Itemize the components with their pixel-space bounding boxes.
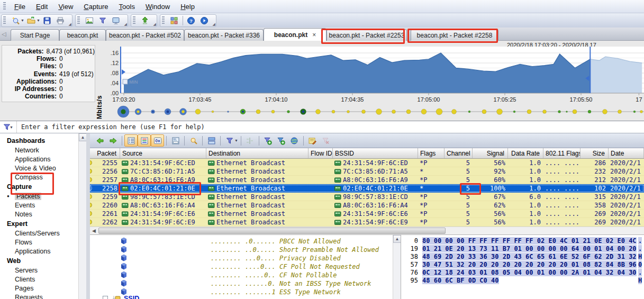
hex-row-76[interactable]: 760C 12 18 24 03 01 08 05 04 00 01 00 00… <box>401 269 643 277</box>
decode-line-cf-poll-not-requested[interactable]: ........ ....0... CF Poll Not Requested <box>90 263 392 271</box>
sidebar-item-flows[interactable]: Flows <box>0 238 78 247</box>
timeline-event-dot[interactable] <box>180 108 187 115</box>
decode-line-privacy-disabled[interactable]: ........ ...0.... Privacy Disabled <box>90 255 392 263</box>
timeline-event-dot[interactable] <box>376 109 382 115</box>
sidebar-item-voice-video[interactable]: Voice & Video <box>0 164 78 173</box>
tab-beacon-pkt-packet-336[interactable]: beacon.pkt - Packet #336 <box>184 29 264 41</box>
sidebar-scrollbar[interactable]: ▲ <box>78 133 86 299</box>
timeline-event-dot[interactable] <box>588 110 591 113</box>
timeline-event-dot[interactable] <box>452 110 457 114</box>
packet-row-2255[interactable]: 225524:31:54:9F:6C:EDEthernet Broadcast2… <box>90 159 644 167</box>
image-button[interactable] <box>83 15 96 26</box>
note-button[interactable] <box>306 134 319 147</box>
timeline-event-dot[interactable] <box>468 111 470 113</box>
menu-item-window[interactable]: Window <box>140 1 175 13</box>
column-header-channel[interactable]: Channel <box>445 148 473 158</box>
menu-item-tools[interactable]: Tools <box>114 1 140 13</box>
packet-row-2260[interactable]: 2260A8:0C:63:16:F6:A4Ethernet BroadcastA… <box>90 201 644 210</box>
sidebar-item-notes[interactable]: Notes <box>0 210 78 219</box>
timeline-event-dot[interactable] <box>240 109 246 114</box>
timeline-event-dot[interactable] <box>566 111 568 113</box>
timeline-event-dot[interactable] <box>316 110 321 114</box>
timeline-event-dot[interactable] <box>347 111 350 113</box>
timeline-event-dot[interactable] <box>573 110 577 114</box>
sidebar-item-network[interactable]: Network <box>0 146 78 155</box>
column-header-802-11-flags[interactable]: 802.11 Flags <box>543 148 580 158</box>
column-header-bssid[interactable]: BSSID <box>333 148 418 158</box>
timeline-event-dot[interactable] <box>256 110 260 114</box>
column-header-source[interactable]: Source <box>120 148 206 158</box>
tab-scroll-left-icon[interactable]: ◁ <box>2 31 6 38</box>
scroll-left-icon[interactable]: ◀ <box>90 227 98 234</box>
hex-row-57[interactable]: 5730 47 51 32 20 20 20 20 20 20 20 20 20… <box>401 261 643 269</box>
upload-button[interactable] <box>139 15 152 26</box>
timeline-event-dot[interactable] <box>406 110 411 114</box>
monitor-button[interactable] <box>110 15 123 26</box>
sidebar-section-dashboards[interactable]: Dashboards <box>0 136 78 146</box>
timeline-event-dot[interactable] <box>392 110 396 114</box>
hex-row-19[interactable]: 1901 21 0E 20 13 73 11 B7 01 00 00 00 00… <box>401 245 643 253</box>
scroll-up-icon[interactable]: ▲ <box>79 133 87 141</box>
tab-beacon-pkt-packet-2253-5[interactable]: beacon.pkt - Packet #2253 <box>326 29 407 41</box>
resolve-names-button[interactable] <box>288 134 301 147</box>
sidebar-item-applications[interactable]: Applications <box>0 247 78 256</box>
timeline-event-dot[interactable] <box>195 109 201 114</box>
back-button[interactable] <box>93 134 106 147</box>
delete-filter-button[interactable] <box>319 134 332 147</box>
menu-item-view[interactable]: View <box>53 1 78 13</box>
hex-row-95[interactable]: 9548 60 6C BF 0D C0 40H <box>401 277 643 285</box>
insert-filter-button[interactable] <box>261 134 275 147</box>
tab-beacon-pkt[interactable]: beacon.pkt <box>59 29 106 41</box>
filter-button[interactable] <box>223 134 236 147</box>
sidebar-item-packets[interactable]: Packets <box>0 192 78 201</box>
packet-row-2256[interactable]: 22567C:C3:85:6D:71:A5Ethernet Broadcast7… <box>90 167 644 176</box>
timeline-event-dot[interactable] <box>543 110 547 114</box>
timeline-event-dot[interactable] <box>332 110 335 113</box>
scroll-up-icon[interactable]: ▲ <box>393 235 401 243</box>
packet-row-2261[interactable]: 226124:31:54:9F:6C:E6Ethernet Broadcast2… <box>90 210 644 218</box>
timeline-event-dot[interactable] <box>212 111 214 113</box>
column-header-data-rate[interactable]: Data Rate <box>508 148 543 158</box>
sidebar-item-clients-servers[interactable]: Clients/Servers <box>0 229 78 238</box>
sidebar-item-applications[interactable]: Applications <box>0 155 78 164</box>
menu-item-file[interactable]: File <box>9 1 31 13</box>
sidebar-item-compass[interactable]: Compass <box>0 173 78 182</box>
timeline-event-dot[interactable] <box>513 111 515 113</box>
throughput-area-chart[interactable]: .16.12.08.04.0017:03:2017:03:4517:04:101… <box>95 47 644 106</box>
column-header-packet[interactable]: Packet <box>90 148 120 158</box>
column-header-flow-id[interactable]: Flow ID <box>309 148 333 158</box>
timeline-event-dot[interactable] <box>165 108 171 115</box>
timeline-event-dot[interactable] <box>558 111 561 113</box>
timeline-event-dot[interactable] <box>618 110 622 114</box>
print-button[interactable] <box>54 15 67 26</box>
sidebar-section-capture[interactable]: Capture <box>0 182 78 192</box>
filter-expression-input[interactable]: Enter a filter expression here (use F1 f… <box>21 123 205 131</box>
column-header-signal[interactable]: Signal <box>473 148 508 158</box>
timeline-event-dot[interactable] <box>436 108 442 115</box>
sidebar-item-requests[interactable]: Requests <box>0 293 78 299</box>
tab-beacon-pkt[interactable]: beacon.pkt× <box>264 28 326 41</box>
timeline-event-dot[interactable] <box>527 110 531 114</box>
timeline-event-dot[interactable] <box>421 109 427 114</box>
hex-row-0[interactable]: 080 00 00 00 FF FF FF FF FF FF 02 E0 4C … <box>401 237 643 245</box>
sidebar-splitter[interactable] <box>86 133 90 299</box>
hscroll-thumb[interactable] <box>98 228 446 234</box>
tab-start-page[interactable]: Start Page <box>11 29 59 41</box>
timeline-event-dot[interactable] <box>640 111 643 113</box>
start-page-button[interactable] <box>198 15 211 26</box>
timeline-event-dot[interactable] <box>151 110 155 114</box>
decode-scrollbar[interactable]: ▲ <box>393 235 401 299</box>
hex-view-button[interactable]: 0x <box>151 134 164 147</box>
timeline-event-dot[interactable] <box>362 110 366 114</box>
timeline-event-dot[interactable] <box>228 111 229 113</box>
sidebar-item-pages[interactable]: Pages <box>0 284 78 293</box>
help-button[interactable]: ? <box>185 15 198 26</box>
packet-row-2258[interactable]: 225802:E0:4C:01:21:0EEthernet Broadcast0… <box>90 184 644 193</box>
filter-button[interactable] <box>96 15 110 26</box>
sidebar-item-clients[interactable]: Clients <box>0 275 78 284</box>
timeline-event-dot[interactable] <box>117 106 129 117</box>
menu-item-edit[interactable]: Edit <box>31 1 53 13</box>
column-header-date[interactable]: Date <box>609 148 644 158</box>
packet-table-hscrollbar[interactable]: ◀ <box>90 226 644 234</box>
search-button[interactable] <box>187 134 200 147</box>
